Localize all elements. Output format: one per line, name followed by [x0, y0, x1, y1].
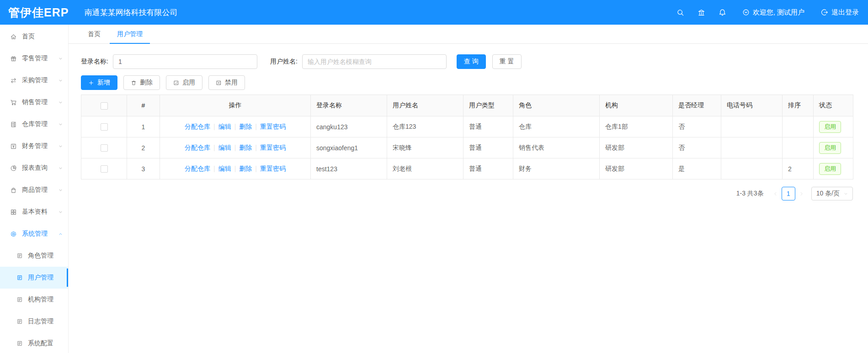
reset-button[interactable]: 重 置 [492, 54, 522, 69]
sidebar-subitem-organization[interactable]: 机构管理 [0, 289, 68, 311]
page-size-select[interactable]: 10 条/页 [811, 187, 853, 200]
chevron-down-icon [59, 144, 63, 148]
page-size-label: 10 条/页 [816, 190, 840, 198]
goods-bag-icon [10, 187, 17, 194]
next-page-button[interactable] [799, 191, 804, 196]
sidebar-subitem-log[interactable]: 日志管理 [0, 311, 68, 332]
plus-icon [88, 80, 94, 86]
add-button[interactable]: 新增 [81, 75, 117, 90]
login-name-label: 登录名称: [81, 58, 108, 66]
reset-password-link[interactable]: 重置密码 [260, 165, 286, 172]
sidebar-subitem-config[interactable]: 系统配置 [0, 332, 68, 353]
cell-login-name: cangku123 [311, 116, 387, 137]
logout-button[interactable]: 退出登录 [821, 8, 859, 17]
gear-icon [10, 231, 17, 237]
login-name-input[interactable] [113, 54, 257, 69]
trash-icon [131, 80, 137, 86]
sidebar-subitem-user[interactable]: 用户管理 [0, 267, 68, 289]
sidebar-item-basedata[interactable]: 基本资料 [0, 201, 68, 223]
edit-link[interactable]: 编辑 [218, 144, 231, 151]
column-header-2: 登录名称 [311, 95, 387, 116]
sidebar-item-finance[interactable]: 财务管理 [0, 135, 68, 157]
page-number-1[interactable]: 1 [782, 187, 795, 200]
search-button[interactable]: 查 询 [457, 54, 486, 69]
sidebar-item-report[interactable]: 报表查询 [0, 157, 68, 179]
sidebar-item-purchase[interactable]: 采购管理 [0, 69, 68, 91]
sidebar-item-retail[interactable]: 零售管理 [0, 47, 68, 69]
sidebar-subitem-label: 用户管理 [28, 274, 63, 282]
cell-status: 启用 [814, 116, 853, 137]
delete-link[interactable]: 删除 [239, 144, 252, 151]
status-badge[interactable]: 启用 [819, 142, 841, 154]
column-header-9: 排序 [783, 95, 814, 116]
column-header-6: 机构 [600, 95, 673, 116]
check-square-icon [173, 80, 179, 86]
action-separator: | [255, 123, 257, 130]
disable-button[interactable]: 禁用 [208, 75, 245, 90]
search-icon[interactable] [676, 9, 684, 16]
row-checkbox[interactable] [101, 165, 108, 173]
report-pie-icon [10, 165, 17, 172]
sidebar-item-sale[interactable]: 销售管理 [0, 91, 68, 113]
cell-phone [721, 158, 783, 179]
row-index: 2 [127, 137, 160, 158]
edit-link[interactable]: 编辑 [218, 123, 231, 130]
cell-user-type: 普通 [463, 137, 513, 158]
sales-cart-icon [10, 99, 17, 106]
cell-phone [721, 116, 783, 137]
finance-icon [10, 143, 17, 150]
assign-depot-link[interactable]: 分配仓库 [185, 123, 210, 130]
delete-link[interactable]: 删除 [239, 165, 252, 172]
status-badge[interactable]: 启用 [819, 163, 841, 175]
logout-icon [821, 9, 828, 16]
enable-button[interactable]: 启用 [166, 75, 202, 90]
status-badge[interactable]: 启用 [819, 121, 841, 133]
assign-depot-link[interactable]: 分配仓库 [185, 165, 210, 172]
action-separator: | [213, 165, 215, 172]
doc-icon [16, 318, 23, 325]
cell-user-name: 仓库123 [387, 116, 463, 137]
sidebar-subitem-label: 系统配置 [28, 339, 63, 348]
row-checkbox[interactable] [101, 123, 108, 131]
user-name-input[interactable] [302, 54, 447, 69]
cell-role: 仓库 [513, 116, 600, 137]
table-row: 3分配仓库|编辑|删除|重置密码test123刘老根普通财务研发部是2启用 [81, 158, 853, 179]
sidebar-item-depot[interactable]: 仓库管理 [0, 113, 68, 135]
bell-icon[interactable] [719, 9, 726, 16]
assign-depot-link[interactable]: 分配仓库 [185, 144, 210, 151]
cell-org: 研发部 [600, 137, 673, 158]
app-logo: 管伊佳ERP [0, 5, 69, 20]
sidebar-item-material[interactable]: 商品管理 [0, 179, 68, 201]
reset-password-link[interactable]: 重置密码 [260, 144, 286, 151]
edit-link[interactable]: 编辑 [218, 165, 231, 172]
cell-login-name: test123 [311, 158, 387, 179]
chevron-down-icon [844, 192, 848, 196]
reset-password-link[interactable]: 重置密码 [260, 123, 286, 130]
cell-status: 启用 [814, 137, 853, 158]
sidebar-subitem-role[interactable]: 角色管理 [0, 245, 68, 267]
row-checkbox[interactable] [101, 144, 108, 152]
delete-link[interactable]: 删除 [239, 123, 252, 130]
tab-user-management[interactable]: 用户管理 [116, 25, 144, 43]
action-separator: | [255, 144, 257, 151]
doc-icon [16, 274, 23, 281]
row-actions: 分配仓库|编辑|删除|重置密码 [160, 158, 311, 179]
chevron-down-icon [59, 188, 63, 192]
prev-page-button[interactable] [773, 191, 778, 196]
select-all-checkbox[interactable] [101, 102, 108, 110]
row-index: 1 [127, 116, 160, 137]
table-header-row: #操作登录名称用户姓名用户类型角色机构是否经理电话号码排序状态 [81, 95, 853, 116]
sidebar-item-system[interactable]: 系统管理 [0, 223, 68, 245]
bank-icon[interactable] [698, 9, 705, 16]
action-separator: | [255, 165, 257, 172]
doc-icon [16, 296, 23, 303]
sidebar-item-label: 商品管理 [22, 186, 59, 194]
chevron-down-icon [59, 166, 63, 170]
delete-button[interactable]: 删除 [123, 75, 160, 90]
row-checkbox-cell [81, 137, 127, 158]
down-circle-icon [742, 9, 750, 16]
tab-home[interactable]: 首页 [87, 25, 101, 43]
top-bar: 管伊佳ERP 南通某某网络科技有限公司 欢迎您, 测试用户 退出登录 [0, 0, 868, 25]
sidebar-item-home[interactable]: 首页 [0, 26, 68, 47]
user-menu[interactable]: 欢迎您, 测试用户 [742, 8, 804, 17]
